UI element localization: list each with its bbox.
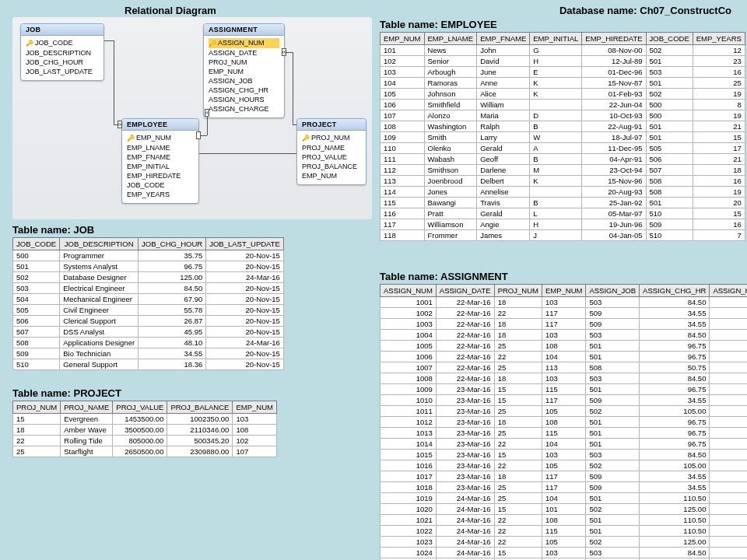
table-row: 102324-Mar-1622105502125.003.5437.50 xyxy=(381,537,748,548)
table-row: 508Applications Designer48.1024-Mar-16 xyxy=(13,338,284,348)
col-header: EMP_INITIAL xyxy=(530,33,582,45)
table-row: 101723-Mar-161811750934.553.8131.29 xyxy=(381,471,748,482)
table-row: 100522-Mar-162510850196.752.2212.85 xyxy=(381,341,748,352)
page-title-left: Relational Diagram xyxy=(124,5,216,16)
table-row: 100722-Mar-162511350850.753.8192.85 xyxy=(381,362,748,373)
attr: EMP_HIREDATE xyxy=(127,171,194,180)
table-row: 100222-Mar-162211750934.554.2145.11 xyxy=(381,308,748,319)
table-row: 102124-Mar-1622108501110.502.7298.35 xyxy=(381,515,748,526)
table-row: 503Electrical Engineer84.5020-Nov-15 xyxy=(13,283,284,294)
table-row: 109SmithLarryW18-Jul-9750115 xyxy=(381,132,745,143)
table-row: 112SmithsonDarleneM23-Oct-9450718 xyxy=(381,165,745,176)
pk-job-code: JOB_CODE xyxy=(26,38,99,48)
attr: PROJ_NAME xyxy=(302,143,361,152)
table-row: 102SeniorDavidH12-Jul-8950123 xyxy=(381,56,745,67)
job-table: JOB_CODEJOB_DESCRIPTIONJOB_CHG_HOURJOB_L… xyxy=(12,237,284,370)
attr: ASSIGN_CHG_HR xyxy=(209,86,279,95)
table-row: 101523-Mar-161510350384.506.1515.45 xyxy=(381,450,748,460)
table-row: 15Evergreen1453500.001002350.00103 xyxy=(13,414,277,425)
col-header: EMP_HIREDATE xyxy=(582,33,646,45)
employee-table: EMP_NUMEMP_LNAMEEMP_FNAMEEMP_INITIALEMP_… xyxy=(380,32,745,241)
attr: PROJ_NUM xyxy=(209,58,279,67)
table-row: 113JoenbroodDelbertK15-Nov-9650816 xyxy=(381,176,745,187)
table-row: 101423-Mar-162210450196.752.8270.90 xyxy=(381,439,748,450)
table-row: 500Programmer35.7520-Nov-15 xyxy=(13,250,284,261)
employee-table-caption: Table name: EMPLOYEE xyxy=(380,19,497,30)
col-header: ASSIGN_NUM xyxy=(381,285,437,297)
col-header: JOB_CHG_HOUR xyxy=(139,238,206,250)
col-header: PROJ_NAME xyxy=(61,401,113,414)
entity-project-title: PROJECT xyxy=(297,119,366,131)
entity-job: JOB JOB_CODE JOB_DESCRIPTION JOB_CHG_HOU… xyxy=(20,23,104,81)
page-title-right: Database name: Ch07_ConstructCo xyxy=(559,5,731,16)
table-row: 117WilliamsonAngieH19-Jun-9650916 xyxy=(381,219,745,230)
col-header: EMP_LNAME xyxy=(424,33,477,45)
attr: ASSIGN_DATE xyxy=(209,48,279,58)
table-row: 114JonesAnnelise20-Aug-9350819 xyxy=(381,187,745,198)
table-row: 108WashingtonRalphB22-Aug-9150121 xyxy=(381,121,745,132)
table-row: 100822-Mar-161810350384.500.976.05 xyxy=(381,373,748,384)
table-row: 100322-Mar-161811750934.552.069.10 xyxy=(381,319,748,330)
table-row: 102024-Mar-1615101502125.003.1387.50 xyxy=(381,504,748,515)
table-row: 100923-Mar-161511550196.755.6541.80 xyxy=(381,384,748,395)
project-table-caption: Table name: PROJECT xyxy=(12,387,121,399)
attr: JOB_CODE xyxy=(127,180,194,190)
assignment-table-caption: Table name: ASSIGNMENT xyxy=(380,271,508,282)
col-header: JOB_CODE xyxy=(646,33,693,45)
table-row: 507DSS Analyst45.9520-Nov-15 xyxy=(13,327,284,338)
entity-job-title: JOB xyxy=(21,24,103,36)
col-header: ASSIGN_DATE xyxy=(436,285,494,297)
entity-employee: EMPLOYEE EMP_NUM EMP_LNAME EMP_FNAME EMP… xyxy=(121,118,199,204)
table-row: 111WabashGeoffB04-Apr-9150621 xyxy=(381,154,745,165)
attr: EMP_FNAME xyxy=(127,152,194,162)
table-row: 106SmithfieldWilliam22-Jun-045008 xyxy=(381,100,745,110)
table-row: 116PrattGeraldL05-Mar-9751015 xyxy=(381,208,745,219)
attr: JOB_CHG_HOUR xyxy=(26,58,99,67)
table-row: 100622-Mar-162210450196.754.2406.35 xyxy=(381,352,748,362)
attr: EMP_NUM xyxy=(209,67,279,76)
table-row: 101223-Mar-161810850196.753.4328.95 xyxy=(381,417,748,428)
attr: ASSIGN_JOB xyxy=(209,76,279,86)
col-header: JOB_DESCRIPTION xyxy=(60,238,139,250)
table-row: 101924-Mar-1625104501110.504.9541.45 xyxy=(381,493,748,504)
entity-assignment: ASSIGNMENT ASSIGN_NUM ASSIGN_DATE PROJ_N… xyxy=(203,23,285,118)
attr: PROJ_VALUE xyxy=(302,152,361,162)
attr: EMP_INITIAL xyxy=(127,162,194,171)
table-row: 509Bio Technician34.5520-Nov-15 xyxy=(13,348,284,359)
table-row: 101823-Mar-162511750934.552.276.01 xyxy=(381,482,748,493)
entity-project: PROJECT PROJ_NUM PROJ_NAME PROJ_VALUE PR… xyxy=(296,118,366,185)
col-header: PROJ_VALUE xyxy=(113,401,167,414)
table-row: 25Starflight2650500.002309880.00107 xyxy=(13,446,277,457)
pk-proj-num: PROJ_NUM xyxy=(302,133,361,143)
table-row: 115BawangiTravisB25-Jan-9250120 xyxy=(381,198,745,208)
attr: JOB_LAST_UPDATE xyxy=(26,67,99,76)
table-row: 101NewsJohnG08-Nov-0050212 xyxy=(381,45,745,56)
col-header: EMP_YEARS xyxy=(693,33,745,45)
table-row: 102224-Mar-1622115501110.504.9541.45 xyxy=(381,526,748,537)
col-header: EMP_FNAME xyxy=(477,33,530,45)
pk-emp-num: EMP_NUM xyxy=(127,133,194,143)
attr: EMP_LNAME xyxy=(127,143,194,152)
col-header: PROJ_NUM xyxy=(494,285,542,297)
table-row: 18Amber Wave3500500.002110346.00108 xyxy=(13,425,277,436)
project-table: PROJ_NUMPROJ_NAMEPROJ_VALUEPROJ_BALANCEE… xyxy=(12,401,277,457)
attr: EMP_YEARS xyxy=(127,190,194,199)
table-row: 102424-Mar-161510350384.503.3278.85 xyxy=(381,548,748,558)
col-header: EMP_NUM xyxy=(381,33,425,45)
table-row: 101323-Mar-162511550196.752.0193.50 xyxy=(381,428,748,439)
attr: ASSIGN_HOURS xyxy=(209,95,279,104)
assignment-table: ASSIGN_NUMASSIGN_DATEPROJ_NUMEMP_NUMASSI… xyxy=(380,284,747,560)
attr: JOB_DESCRIPTION xyxy=(26,48,99,58)
table-row: 100422-Mar-161810350384.505.9498.55 xyxy=(381,330,748,341)
table-row: 103ArboughJuneE01-Dec-9650316 xyxy=(381,67,745,78)
table-row: 101123-Mar-1625105502105.004.3451.50 xyxy=(381,406,748,417)
col-header: JOB_LAST_UPDATE xyxy=(206,238,284,250)
table-row: 110OlenkoGeraldA11-Dec-9550517 xyxy=(381,143,745,154)
job-table-caption: Table name: JOB xyxy=(12,224,94,236)
table-row: 506Clerical Support26.8720-Nov-15 xyxy=(13,316,284,327)
attr: EMP_NUM xyxy=(302,171,361,180)
table-row: 505Civil Engineer55.7820-Nov-15 xyxy=(13,305,284,316)
table-row: 501Systems Analyst96.7520-Nov-15 xyxy=(13,261,284,272)
table-row: 101623-Mar-1622105502105.004.7493.50 xyxy=(381,460,748,471)
col-header: ASSIGN_CHG_HR xyxy=(640,285,710,297)
